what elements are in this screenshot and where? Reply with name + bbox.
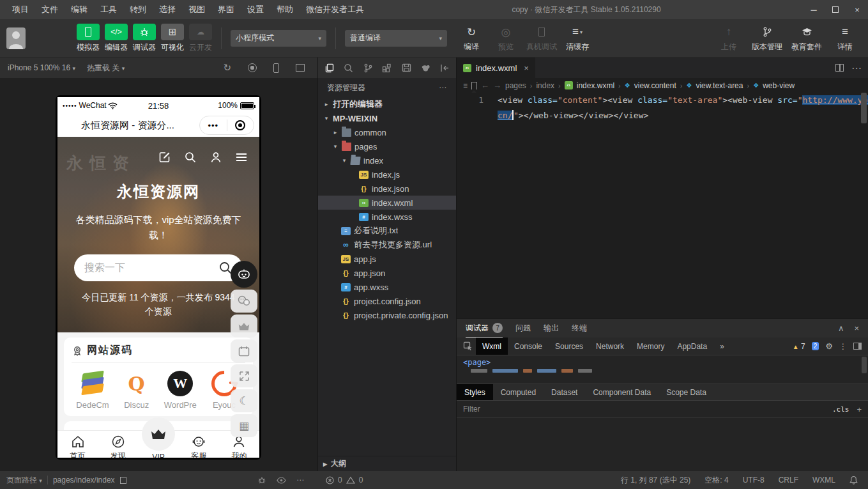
tree-file-more-resources-url[interactable]: ∞ 前去寻找更多资源.url: [318, 238, 456, 252]
wxml-scrollbar[interactable]: [862, 357, 867, 373]
close-button[interactable]: ×: [846, 0, 868, 19]
filter-input[interactable]: [463, 405, 832, 414]
menu-view[interactable]: 视图: [183, 1, 211, 18]
maximize-button[interactable]: [825, 0, 846, 19]
tree-root-mp-weixin[interactable]: ▾ MP-WEIXIN: [318, 111, 456, 125]
cls-toggle[interactable]: .cls: [832, 405, 849, 414]
eol-sequence[interactable]: CRLF: [779, 476, 798, 485]
devtools-menu-icon[interactable]: ⋮: [839, 342, 847, 351]
crumb-index[interactable]: index: [536, 81, 554, 90]
tree-file-app-js[interactable]: JS app.js: [318, 252, 456, 266]
tab-terminal[interactable]: 终端: [572, 323, 587, 334]
vip-crown-button[interactable]: [231, 314, 257, 338]
rotate-icon[interactable]: ↻: [223, 62, 231, 74]
inspect-element-icon[interactable]: [459, 341, 476, 351]
issues-count[interactable]: 2: [812, 342, 819, 350]
warning-count[interactable]: ▲ 7: [793, 342, 805, 351]
poster-button[interactable]: ▦: [231, 414, 257, 437]
compile-button[interactable]: ↻ 编译: [457, 24, 485, 52]
menu-edit[interactable]: 编辑: [65, 1, 93, 18]
tab-mine[interactable]: 我的: [219, 435, 259, 458]
menu-file[interactable]: 文件: [36, 1, 64, 18]
devtools-tab-appdata[interactable]: AppData: [671, 338, 713, 355]
outline-section[interactable]: ▸ 大纲: [318, 456, 456, 471]
tab-problems[interactable]: 问题: [515, 323, 531, 334]
scheme-dropdown[interactable]: 小程序模式 ▾: [231, 30, 326, 47]
tab-index-wxml[interactable]: ‹› index.wxml ×: [457, 58, 536, 78]
menu-help[interactable]: 帮助: [271, 1, 299, 18]
devtools-settings-icon[interactable]: ⚙: [825, 341, 833, 351]
extensions-icon[interactable]: [379, 60, 394, 75]
minimize-button[interactable]: ─: [803, 0, 825, 19]
crumb-pages[interactable]: pages: [505, 81, 526, 90]
menu-interface[interactable]: 界面: [212, 1, 240, 18]
list-icon[interactable]: ≡: [463, 81, 468, 90]
code-editor[interactable]: 1 <view class="content"><view class="tex…: [457, 93, 868, 318]
more-icon[interactable]: ⋯: [296, 476, 304, 485]
device-selector[interactable]: iPhone 5 100% 16 ▾: [8, 63, 75, 72]
wxml-page-node[interactable]: <page>: [463, 358, 491, 367]
encoding[interactable]: UTF-8: [743, 476, 765, 485]
clear-cache-button[interactable]: ≡▾ 清缓存: [563, 24, 591, 52]
tab-vip[interactable]: VIP: [138, 434, 178, 458]
save-all-icon[interactable]: [399, 60, 414, 75]
collapse-sidebar-icon[interactable]: [438, 60, 452, 75]
devtools-overflow-icon[interactable]: »: [713, 338, 731, 355]
bug-icon[interactable]: [257, 476, 266, 485]
user-icon[interactable]: [209, 151, 222, 164]
search-icon[interactable]: [341, 60, 356, 75]
logo-dedecms[interactable]: DedeCm: [73, 371, 112, 410]
logo-discuz[interactable]: Q Discuz: [117, 371, 156, 410]
close-panel-icon[interactable]: ×: [854, 323, 859, 333]
language-mode[interactable]: WXML: [812, 476, 835, 485]
bookmark-icon[interactable]: [471, 82, 477, 89]
page-path-selector[interactable]: 页面路径 ▾: [6, 475, 42, 486]
more-button[interactable]: •••: [200, 121, 227, 130]
exit-button[interactable]: [227, 120, 254, 130]
wxml-tree[interactable]: <page>: [457, 355, 868, 384]
copy-path-icon[interactable]: [120, 477, 126, 484]
collapse-panel-icon[interactable]: ∧: [838, 323, 844, 333]
search-box[interactable]: 搜索一下: [74, 254, 243, 281]
tab-dataset[interactable]: Dataset: [544, 384, 585, 400]
bell-icon[interactable]: [849, 476, 858, 485]
tree-folder-pages[interactable]: ▾ pages: [318, 139, 456, 153]
tree-file-index-wxml[interactable]: ‹› index.wxml: [318, 196, 456, 210]
tree-file-index-js[interactable]: JS index.js: [318, 167, 456, 182]
tree-file-index-json[interactable]: {} index.json: [318, 182, 456, 196]
tab-home[interactable]: 首页: [57, 435, 98, 458]
hot-reload-toggle[interactable]: 热重载 关 ▾: [87, 63, 125, 74]
robot-button[interactable]: [231, 261, 257, 288]
tree-file-project-config[interactable]: {} project.config.json: [318, 294, 456, 308]
devtools-tab-wxml[interactable]: Wxml: [476, 338, 508, 355]
tree-file-readme-txt[interactable]: ≡ 必看说明.txt: [318, 224, 456, 238]
menu-settings[interactable]: 设置: [241, 1, 270, 18]
record-icon[interactable]: [248, 63, 257, 72]
menu-select[interactable]: 选择: [153, 1, 181, 18]
devtools-tab-memory[interactable]: Memory: [630, 338, 671, 355]
editor-button[interactable]: </> 编辑器: [105, 24, 128, 53]
source-control-icon[interactable]: [360, 60, 375, 75]
logo-wordpress[interactable]: W WordPre: [160, 371, 200, 410]
tab-computed[interactable]: Computed: [493, 384, 544, 400]
editor-scrollbar[interactable]: [861, 93, 867, 318]
menu-devtools[interactable]: 微信开发者工具: [300, 1, 370, 18]
menu-icon[interactable]: [235, 151, 248, 164]
add-style-icon[interactable]: +: [857, 405, 862, 414]
devtools-tab-network[interactable]: Network: [590, 338, 630, 355]
multi-window-icon[interactable]: [296, 64, 305, 72]
tab-component-data[interactable]: Component Data: [585, 384, 659, 400]
indentation[interactable]: 空格: 4: [704, 475, 728, 486]
details-button[interactable]: ≡ 详情: [831, 24, 859, 52]
npm-hand-icon[interactable]: [418, 60, 433, 75]
version-control-button[interactable]: 版本管理: [752, 24, 782, 52]
search-icon[interactable]: [184, 151, 197, 164]
menu-tools[interactable]: 工具: [95, 1, 123, 18]
visualization-button[interactable]: ⊞ 可视化: [161, 24, 184, 53]
avatar[interactable]: [6, 27, 26, 49]
devtools-tab-console[interactable]: Console: [508, 338, 549, 355]
tree-folder-common[interactable]: ▸ common: [318, 125, 456, 139]
tab-discover[interactable]: 发现: [98, 435, 138, 458]
wechat-share-button[interactable]: [231, 290, 257, 313]
tree-folder-index[interactable]: ▾ index: [318, 153, 456, 167]
